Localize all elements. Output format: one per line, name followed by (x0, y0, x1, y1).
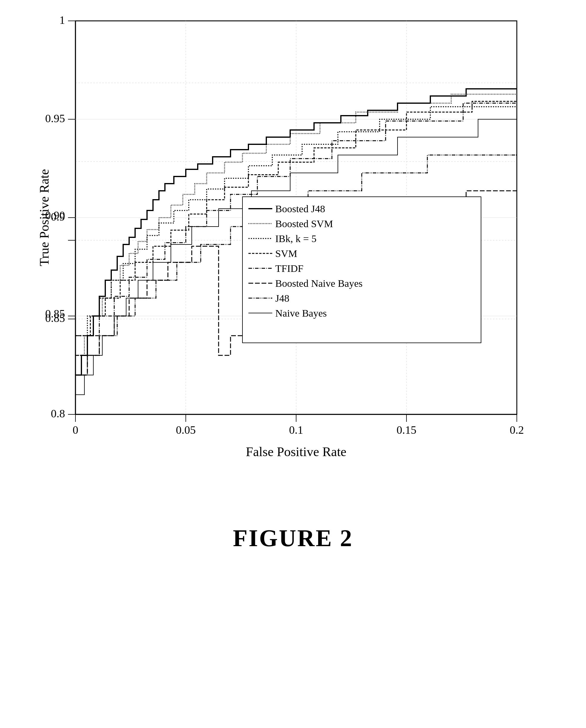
svg-text:0: 0 (73, 424, 78, 436)
svg-text:1: 1 (59, 14, 65, 26)
chart-container: 0 0.05 0.1 0.15 0.2 0.8 0.85 0.9 0.95 1 (40, 12, 546, 489)
svg-text:0.1: 0.1 (289, 424, 303, 436)
figure-caption: FIGURE 2 (233, 525, 353, 552)
legend-nb: Naive Bayes (275, 308, 327, 319)
svg-text:0.15: 0.15 (396, 424, 416, 436)
svg-text:0.85: 0.85 (45, 307, 65, 320)
legend-ibk: IBk, k = 5 (275, 233, 316, 244)
legend-boosted-svm: Boosted SVM (275, 218, 333, 229)
svg-text:0.90: 0.90 (45, 209, 65, 222)
svg-text:0.2: 0.2 (510, 424, 524, 436)
legend-j48: J48 (275, 293, 289, 304)
legend-boosted-j48: Boosted J48 (275, 203, 325, 214)
legend-tfidf: TFIDF (275, 263, 303, 274)
x-axis-label: False Positive Rate (246, 444, 346, 459)
svg-text:0.05: 0.05 (176, 424, 196, 436)
legend-svm: SVM (275, 248, 297, 259)
legend-boosted-nb: Boosted Naive Bayes (275, 278, 363, 289)
svg-text:0.8: 0.8 (51, 407, 65, 420)
svg-text:0.95: 0.95 (45, 112, 65, 125)
